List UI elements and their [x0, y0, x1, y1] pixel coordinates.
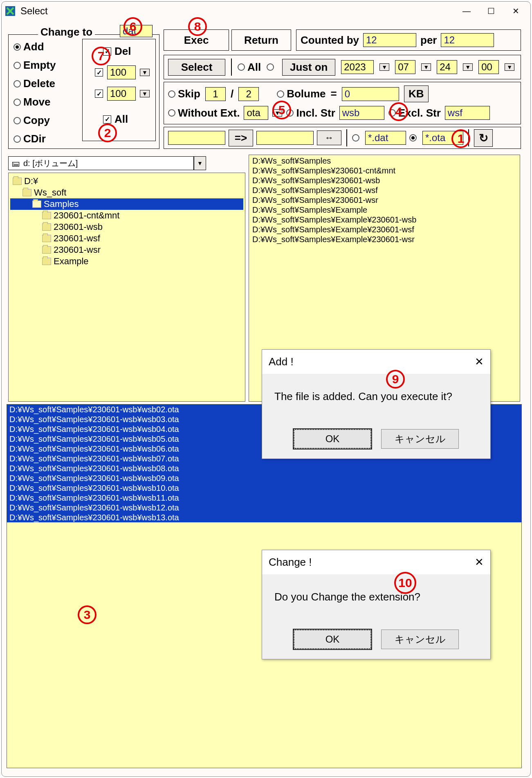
change-dialog-close-icon[interactable]: ✕	[475, 556, 484, 569]
counted-input-1[interactable]	[363, 33, 416, 47]
spin1-row[interactable]: 100 ▼	[95, 65, 150, 79]
folder-icon	[42, 246, 51, 254]
folder-icon	[22, 189, 31, 196]
file-row[interactable]: D:¥Ws_soft¥Samples¥230601-wsb¥wsb13.ota	[7, 513, 521, 522]
tree-row[interactable]: 230601-cnt&mnt	[10, 210, 243, 221]
spin2-dropdown-icon[interactable]: ▼	[140, 90, 150, 97]
tree-label: 230601-wsb	[54, 222, 103, 232]
radio-juston[interactable]	[267, 63, 276, 71]
change-dialog: Change ! ✕ Do you Change the extension? …	[262, 550, 491, 659]
titlebar: Select — ☐ ✕	[2, 2, 530, 20]
radio-incl[interactable]: Incl. Str	[286, 107, 335, 119]
juston-button[interactable]: Just on	[282, 59, 335, 76]
counted-input-2[interactable]	[441, 33, 494, 47]
kb-button[interactable]: KB	[404, 85, 429, 102]
add-dialog-close-icon[interactable]: ✕	[475, 355, 484, 368]
drive-dd-icon[interactable]: ▼	[194, 156, 206, 170]
file-row[interactable]: D:¥Ws_soft¥Samples¥230601-wsb¥wsb08.ota	[7, 463, 521, 473]
skip-group: Skip 1 / 2 Bolume = KB Without Ext. ota▼…	[164, 82, 521, 124]
folder-icon	[42, 235, 51, 242]
month-dd-icon[interactable]: ▼	[421, 63, 431, 71]
path-row[interactable]: D:¥Ws_soft¥Samples¥230601-wsb	[250, 175, 519, 185]
add-dialog: Add ! ✕ The file is added. Can you execu…	[262, 349, 491, 459]
month-select[interactable]: 07	[395, 60, 415, 74]
filter-from-input[interactable]	[168, 131, 225, 145]
path-row[interactable]: D:¥Ws_soft¥Samples¥230601-wsf	[250, 185, 519, 195]
radio-add[interactable]: Add	[13, 40, 56, 53]
bolume-input[interactable]	[342, 87, 399, 101]
tree-row[interactable]: 230601-wsf	[10, 233, 243, 244]
year-dd-icon[interactable]: ▼	[379, 63, 389, 71]
tree-row[interactable]: 230601-wsr	[10, 244, 243, 256]
path-row[interactable]: D:¥Ws_soft¥Samples¥230601-cnt&mnt	[250, 166, 519, 175]
radio-without-ext[interactable]: Without Ext.	[168, 107, 240, 119]
excl-input[interactable]	[445, 106, 490, 120]
radio-all[interactable]: All	[238, 61, 261, 74]
opt1-input[interactable]	[365, 131, 406, 145]
path-row[interactable]: D:¥Ws_soft¥Samples¥Example¥230601-wsb	[250, 215, 519, 225]
skip-b[interactable]: 2	[238, 87, 259, 101]
annotation-9: 9	[386, 370, 405, 389]
file-row[interactable]: D:¥Ws_soft¥Samples¥230601-wsb¥wsb10.ota	[7, 483, 521, 493]
arrow-button[interactable]: =>	[229, 130, 253, 146]
folder-icon	[32, 200, 41, 208]
radio-bolume[interactable]: Bolume	[277, 88, 325, 100]
tree-row[interactable]: Ws_soft	[10, 187, 243, 198]
radio-skip[interactable]: Skip	[168, 88, 200, 100]
annotation-10: 10	[394, 572, 416, 594]
file-row[interactable]: D:¥Ws_soft¥Samples¥230601-wsb¥wsb09.ota	[7, 473, 521, 483]
change-cancel-button[interactable]: キャンセル	[381, 630, 459, 649]
path-row[interactable]: D:¥Ws_soft¥Samples¥230601-wsr	[250, 195, 519, 205]
change-dialog-body: Do you Change the extension?	[262, 574, 490, 620]
refresh-button[interactable]: ↻	[474, 129, 493, 147]
window-title: Select	[20, 5, 48, 17]
ext-select[interactable]: ota	[244, 106, 268, 120]
hour-select[interactable]: 00	[478, 60, 499, 74]
incl-input[interactable]	[339, 106, 384, 120]
path-row[interactable]: D:¥Ws_soft¥Samples	[250, 156, 519, 166]
radio-delete[interactable]: Delete	[13, 77, 56, 90]
annotation-4: 4	[389, 102, 408, 121]
filter-to-input[interactable]	[256, 131, 314, 145]
path-row[interactable]: D:¥Ws_soft¥Samples¥Example¥230601-wsr	[250, 234, 519, 244]
hour-dd-icon[interactable]: ▼	[505, 63, 514, 71]
folder-icon	[13, 178, 22, 185]
folder-tree[interactable]: D:¥Ws_softSamples230601-cnt&mnt230601-ws…	[8, 173, 245, 402]
year-select[interactable]: 2023	[341, 60, 374, 74]
maximize-button[interactable]: ☐	[479, 3, 503, 19]
spin1-dropdown-icon[interactable]: ▼	[140, 69, 150, 76]
tree-row[interactable]: 230601-wsb	[10, 221, 243, 233]
tree-label: 230601-wsr	[54, 245, 101, 255]
tree-row[interactable]: D:¥	[10, 175, 243, 187]
radio-empty[interactable]: Empty	[13, 59, 56, 72]
radio-move[interactable]: Move	[13, 96, 56, 108]
file-row[interactable]: D:¥Ws_soft¥Samples¥230601-wsb¥wsb11.ota	[7, 493, 521, 503]
day-select[interactable]: 24	[437, 60, 457, 74]
drive-combo[interactable]: 🖴 d: [ボリューム] ▼	[8, 156, 206, 170]
add-dialog-title: Add !	[269, 355, 294, 368]
minimize-button[interactable]: —	[454, 3, 479, 19]
tree-row[interactable]: Example	[10, 256, 243, 267]
skip-a[interactable]: 1	[205, 87, 226, 101]
path-row[interactable]: D:¥Ws_soft¥Samples¥Example¥230601-wsf	[250, 225, 519, 234]
annotation-6: 6	[123, 17, 142, 36]
radio-opt1[interactable]	[352, 134, 362, 142]
spin2-row[interactable]: 100 ▼	[95, 87, 150, 101]
tree-row[interactable]: Samples	[10, 198, 243, 210]
path-row[interactable]: D:¥Ws_soft¥Samples¥Example	[250, 205, 519, 215]
select-button[interactable]: Select	[168, 59, 225, 76]
close-button[interactable]: ✕	[503, 3, 528, 19]
file-row[interactable]: D:¥Ws_soft¥Samples¥230601-wsb¥wsb12.ota	[7, 503, 521, 513]
return-button[interactable]: Return	[231, 29, 291, 51]
radio-copy[interactable]: Copy	[13, 114, 56, 127]
radio-cdir[interactable]: CDir	[13, 133, 56, 145]
both-button[interactable]: ↔	[317, 130, 341, 145]
add-ok-button[interactable]: OK	[294, 429, 371, 449]
change-ok-button[interactable]: OK	[294, 630, 371, 649]
radio-opt2[interactable]	[409, 134, 419, 142]
annotation-8: 8	[188, 17, 207, 36]
counted-group: Counted by per	[296, 29, 521, 51]
day-dd-icon[interactable]: ▼	[463, 63, 473, 71]
add-cancel-button[interactable]: キャンセル	[381, 429, 459, 449]
annotation-1: 1	[451, 129, 470, 148]
